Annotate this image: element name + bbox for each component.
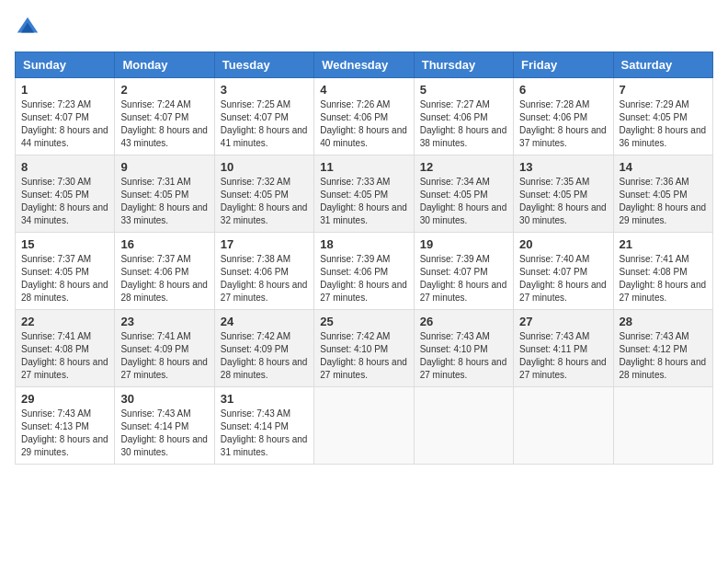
day-info: Sunrise: 7:39 AM Sunset: 4:06 PM Dayligh…	[320, 253, 407, 304]
logo-icon	[15, 15, 40, 40]
calendar-cell: 20 Sunrise: 7:40 AM Sunset: 4:07 PM Dayl…	[514, 233, 613, 310]
calendar-cell: 25 Sunrise: 7:42 AM Sunset: 4:10 PM Dayl…	[314, 310, 414, 387]
weekday-header-sunday: Sunday	[16, 52, 115, 78]
logo	[15, 15, 44, 40]
day-info: Sunrise: 7:40 AM Sunset: 4:07 PM Dayligh…	[519, 253, 607, 304]
day-info: Sunrise: 7:37 AM Sunset: 4:05 PM Dayligh…	[21, 253, 108, 304]
calendar-cell: 13 Sunrise: 7:35 AM Sunset: 4:05 PM Dayl…	[514, 155, 613, 233]
day-number: 4	[320, 83, 407, 97]
day-info: Sunrise: 7:43 AM Sunset: 4:14 PM Dayligh…	[120, 408, 208, 459]
day-info: Sunrise: 7:33 AM Sunset: 4:05 PM Dayligh…	[320, 176, 407, 227]
week-row-3: 15 Sunrise: 7:37 AM Sunset: 4:05 PM Dayl…	[16, 233, 713, 310]
calendar-cell	[314, 387, 414, 465]
calendar-cell: 3 Sunrise: 7:25 AM Sunset: 4:07 PM Dayli…	[214, 78, 313, 155]
day-number: 28	[620, 315, 707, 328]
day-info: Sunrise: 7:24 AM Sunset: 4:07 PM Dayligh…	[120, 98, 208, 150]
day-number: 27	[519, 315, 607, 328]
calendar-cell: 16 Sunrise: 7:37 AM Sunset: 4:06 PM Dayl…	[115, 233, 214, 310]
week-row-1: 1 Sunrise: 7:23 AM Sunset: 4:07 PM Dayli…	[16, 78, 713, 155]
weekday-header-row: SundayMondayTuesdayWednesdayThursdayFrid…	[16, 52, 713, 78]
day-info: Sunrise: 7:29 AM Sunset: 4:05 PM Dayligh…	[620, 98, 707, 150]
day-number: 26	[420, 315, 507, 328]
day-number: 21	[620, 237, 707, 251]
calendar-cell: 21 Sunrise: 7:41 AM Sunset: 4:08 PM Dayl…	[613, 233, 712, 310]
calendar-cell: 18 Sunrise: 7:39 AM Sunset: 4:06 PM Dayl…	[314, 233, 414, 310]
day-info: Sunrise: 7:30 AM Sunset: 4:05 PM Dayligh…	[21, 176, 108, 227]
day-number: 12	[420, 160, 507, 174]
calendar-cell: 15 Sunrise: 7:37 AM Sunset: 4:05 PM Dayl…	[16, 233, 115, 310]
day-number: 16	[120, 237, 208, 251]
day-info: Sunrise: 7:43 AM Sunset: 4:13 PM Dayligh…	[21, 408, 108, 459]
day-info: Sunrise: 7:41 AM Sunset: 4:08 PM Dayligh…	[620, 253, 707, 304]
calendar-cell: 17 Sunrise: 7:38 AM Sunset: 4:06 PM Dayl…	[214, 233, 313, 310]
calendar-cell	[514, 387, 613, 465]
day-number: 31	[221, 392, 308, 406]
calendar-cell: 26 Sunrise: 7:43 AM Sunset: 4:10 PM Dayl…	[414, 310, 513, 387]
week-row-5: 29 Sunrise: 7:43 AM Sunset: 4:13 PM Dayl…	[16, 387, 713, 465]
calendar-cell: 9 Sunrise: 7:31 AM Sunset: 4:05 PM Dayli…	[115, 155, 214, 233]
day-info: Sunrise: 7:38 AM Sunset: 4:06 PM Dayligh…	[221, 253, 308, 304]
day-info: Sunrise: 7:26 AM Sunset: 4:06 PM Dayligh…	[320, 98, 407, 150]
day-number: 30	[120, 392, 208, 406]
day-number: 24	[221, 315, 308, 328]
calendar-cell: 28 Sunrise: 7:43 AM Sunset: 4:12 PM Dayl…	[613, 310, 712, 387]
week-row-4: 22 Sunrise: 7:41 AM Sunset: 4:08 PM Dayl…	[16, 310, 713, 387]
week-row-2: 8 Sunrise: 7:30 AM Sunset: 4:05 PM Dayli…	[16, 155, 713, 233]
day-number: 15	[21, 237, 108, 251]
day-number: 14	[620, 160, 707, 174]
day-number: 8	[21, 160, 108, 174]
day-info: Sunrise: 7:42 AM Sunset: 4:10 PM Dayligh…	[320, 330, 407, 382]
day-info: Sunrise: 7:34 AM Sunset: 4:05 PM Dayligh…	[420, 176, 507, 227]
calendar-cell: 30 Sunrise: 7:43 AM Sunset: 4:14 PM Dayl…	[115, 387, 214, 465]
calendar-cell: 10 Sunrise: 7:32 AM Sunset: 4:05 PM Dayl…	[214, 155, 313, 233]
calendar-cell: 8 Sunrise: 7:30 AM Sunset: 4:05 PM Dayli…	[16, 155, 115, 233]
calendar-cell: 11 Sunrise: 7:33 AM Sunset: 4:05 PM Dayl…	[314, 155, 414, 233]
day-number: 29	[21, 392, 108, 406]
day-number: 17	[221, 237, 308, 251]
calendar-cell: 27 Sunrise: 7:43 AM Sunset: 4:11 PM Dayl…	[514, 310, 613, 387]
calendar-cell: 4 Sunrise: 7:26 AM Sunset: 4:06 PM Dayli…	[314, 78, 414, 155]
day-number: 18	[320, 237, 407, 251]
day-number: 22	[21, 315, 108, 328]
calendar-cell: 14 Sunrise: 7:36 AM Sunset: 4:05 PM Dayl…	[613, 155, 712, 233]
day-info: Sunrise: 7:41 AM Sunset: 4:08 PM Dayligh…	[21, 330, 108, 382]
calendar-cell: 5 Sunrise: 7:27 AM Sunset: 4:06 PM Dayli…	[414, 78, 513, 155]
calendar-cell: 6 Sunrise: 7:28 AM Sunset: 4:06 PM Dayli…	[514, 78, 613, 155]
day-info: Sunrise: 7:31 AM Sunset: 4:05 PM Dayligh…	[120, 176, 208, 227]
day-number: 13	[519, 160, 607, 174]
calendar-cell: 2 Sunrise: 7:24 AM Sunset: 4:07 PM Dayli…	[115, 78, 214, 155]
day-number: 10	[221, 160, 308, 174]
day-info: Sunrise: 7:43 AM Sunset: 4:12 PM Dayligh…	[620, 330, 707, 382]
day-number: 3	[221, 83, 308, 97]
calendar-cell: 31 Sunrise: 7:43 AM Sunset: 4:14 PM Dayl…	[214, 387, 313, 465]
day-info: Sunrise: 7:43 AM Sunset: 4:14 PM Dayligh…	[221, 408, 308, 459]
page-header	[15, 15, 713, 40]
calendar-cell: 29 Sunrise: 7:43 AM Sunset: 4:13 PM Dayl…	[16, 387, 115, 465]
day-info: Sunrise: 7:23 AM Sunset: 4:07 PM Dayligh…	[21, 98, 108, 150]
day-info: Sunrise: 7:27 AM Sunset: 4:06 PM Dayligh…	[420, 98, 507, 150]
calendar-cell: 24 Sunrise: 7:42 AM Sunset: 4:09 PM Dayl…	[214, 310, 313, 387]
calendar-cell	[414, 387, 513, 465]
day-info: Sunrise: 7:32 AM Sunset: 4:05 PM Dayligh…	[221, 176, 308, 227]
day-number: 11	[320, 160, 407, 174]
weekday-header-friday: Friday	[514, 52, 613, 78]
weekday-header-wednesday: Wednesday	[314, 52, 414, 78]
day-number: 7	[620, 83, 707, 97]
day-number: 25	[320, 315, 407, 328]
day-number: 20	[519, 237, 607, 251]
day-info: Sunrise: 7:35 AM Sunset: 4:05 PM Dayligh…	[519, 176, 607, 227]
day-info: Sunrise: 7:36 AM Sunset: 4:05 PM Dayligh…	[620, 176, 707, 227]
day-info: Sunrise: 7:28 AM Sunset: 4:06 PM Dayligh…	[519, 98, 607, 150]
day-info: Sunrise: 7:42 AM Sunset: 4:09 PM Dayligh…	[221, 330, 308, 382]
weekday-header-thursday: Thursday	[414, 52, 513, 78]
calendar-table: SundayMondayTuesdayWednesdayThursdayFrid…	[15, 52, 713, 465]
day-number: 5	[420, 83, 507, 97]
day-number: 6	[519, 83, 607, 97]
calendar-cell: 19 Sunrise: 7:39 AM Sunset: 4:07 PM Dayl…	[414, 233, 513, 310]
calendar-cell: 23 Sunrise: 7:41 AM Sunset: 4:09 PM Dayl…	[115, 310, 214, 387]
day-info: Sunrise: 7:43 AM Sunset: 4:10 PM Dayligh…	[420, 330, 507, 382]
day-info: Sunrise: 7:39 AM Sunset: 4:07 PM Dayligh…	[420, 253, 507, 304]
day-number: 9	[120, 160, 208, 174]
day-number: 19	[420, 237, 507, 251]
calendar-cell: 1 Sunrise: 7:23 AM Sunset: 4:07 PM Dayli…	[16, 78, 115, 155]
